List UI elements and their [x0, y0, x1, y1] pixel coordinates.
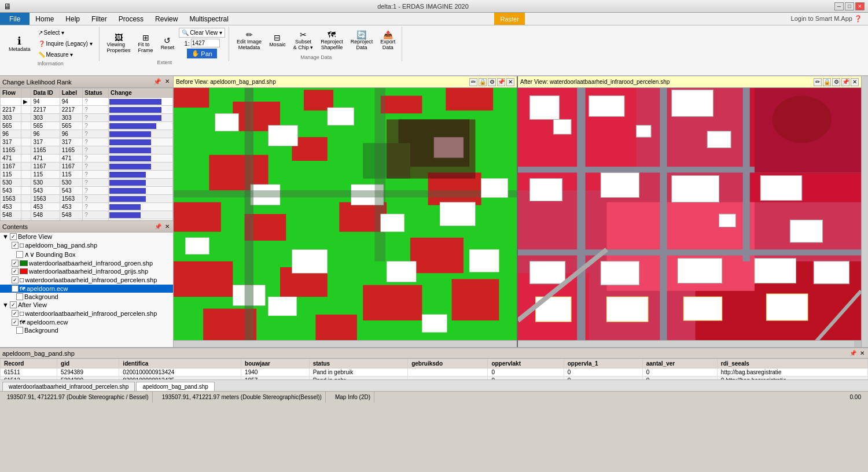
contents-close-button[interactable]: ✕ — [164, 223, 171, 230]
before-close-btn[interactable]: ✕ — [506, 78, 514, 86]
after-close-btn[interactable]: ✕ — [851, 78, 859, 86]
menu-file[interactable]: File — [0, 13, 30, 25]
apeldoorn-ecw-after-item[interactable]: 🗺 apeldoorn.ecw — [0, 318, 173, 326]
clear-view-button[interactable]: 🔍 Clear View ▾ — [179, 28, 225, 38]
apeldoorn-bag-pand-item[interactable]: □ apeldoorn_bag_pand.shp — [0, 241, 173, 250]
attr-table-container[interactable]: Record gid identifica bouwjaar status ge… — [0, 359, 868, 379]
attr-tab-percelen[interactable]: waterdoorlaatbaarheid_infrarood_percelen… — [2, 382, 135, 391]
background-before-item[interactable]: Background — [0, 293, 173, 301]
close-button[interactable]: ✕ — [855, 2, 865, 10]
after-lock-btn[interactable]: 🔒 — [823, 78, 831, 86]
likelihood-close-button[interactable]: ✕ — [164, 78, 171, 86]
likelihood-row: 303 303 303 ? — [1, 114, 173, 122]
apeldoorn-ecw-before-item[interactable]: 🗺 apeldoorn.ecw — [0, 285, 173, 293]
groen-checkbox[interactable] — [12, 260, 19, 267]
likelihood-table[interactable]: Flow Data ID Label Status Change ▶ 94 94… — [0, 88, 173, 220]
reproject-data-button[interactable]: 🔄 ReprojectData — [348, 28, 376, 53]
window-controls[interactable]: ─ □ ✕ — [834, 2, 865, 10]
cell-arrow — [21, 171, 31, 179]
login-button[interactable]: Login to Smart M.App ❓ — [785, 13, 868, 25]
viewing-properties-button[interactable]: 🖼 ViewingProperties — [104, 31, 134, 56]
before-view-checkbox[interactable] — [10, 233, 17, 240]
svg-rect-40 — [387, 119, 475, 178]
ecw-after-checkbox[interactable] — [12, 319, 19, 326]
after-view-title: After View: waterdoorlaatbaarheid_infrar… — [520, 79, 670, 85]
reset-button[interactable]: ↺ Reset — [158, 34, 178, 53]
before-edit-btn[interactable]: ✏ — [469, 78, 477, 86]
maximize-button[interactable]: □ — [845, 2, 854, 10]
svg-rect-68 — [790, 220, 822, 242]
menu-review[interactable]: Review — [149, 13, 183, 25]
pin-button[interactable]: 📌 — [152, 78, 163, 86]
after-view-panel: After View: waterdoorlaatbaarheid_infrar… — [518, 76, 861, 347]
inquire-button[interactable]: ❓ Inquire (Legacy) ▾ — [35, 39, 95, 49]
edit-image-metadata-button[interactable]: ✏ Edit ImageMetadata — [234, 28, 264, 53]
menu-filter[interactable]: Filter — [86, 13, 113, 25]
percelen-after-item[interactable]: □ waterdoorlaatbaarheid_infrarood_percel… — [0, 309, 173, 318]
col-record: Record — [1, 359, 57, 368]
svg-rect-26 — [292, 249, 327, 273]
likelihood-row: 453 453 453 ? — [1, 203, 173, 211]
menu-multispectral[interactable]: Multispectral — [183, 13, 234, 25]
apeldoorn-bag-checkbox[interactable] — [12, 242, 19, 249]
bottom-pin-btn[interactable]: 📌 — [848, 350, 858, 356]
subset-chip-button[interactable]: ✂ Subset& Chip ▾ — [290, 28, 317, 53]
cell-change — [109, 138, 173, 146]
svg-rect-3 — [174, 88, 209, 108]
attr-tab-pand[interactable]: apeldoorn_bag_pand.shp — [136, 382, 214, 391]
before-lock-btn[interactable]: 🔒 — [479, 78, 487, 86]
cell-change — [109, 171, 173, 179]
after-map-canvas[interactable] — [518, 88, 861, 340]
background-after-item[interactable]: Background — [0, 326, 173, 334]
export-data-button[interactable]: 📤 ExportData — [377, 28, 398, 53]
menu-help[interactable]: Help — [60, 13, 86, 25]
status-map-info: Map Info (2D) — [332, 392, 374, 403]
percelen-before-checkbox[interactable] — [12, 276, 19, 283]
after-view-group[interactable]: ▼ After View — [0, 301, 173, 309]
grijs-layer-item[interactable]: waterdoorlaatbaarheid_infrarood_grijs.sh… — [0, 267, 173, 275]
menu-process[interactable]: Process — [113, 13, 149, 25]
cell-change — [109, 195, 173, 203]
ecw-before-checkbox[interactable] — [12, 285, 19, 292]
metadata-button[interactable]: ℹ Metadata — [6, 34, 34, 54]
bounding-box-item[interactable]: ∧∨ Bounding Box — [0, 250, 173, 259]
after-edit-btn[interactable]: ✏ — [814, 78, 822, 86]
raster-tab[interactable]: Raster — [494, 13, 524, 25]
grijs-checkbox[interactable] — [12, 268, 19, 275]
cell-dataid: 565 — [31, 122, 60, 130]
fit-to-frame-button[interactable]: ⊞ Fit toFrame — [135, 31, 156, 56]
mosaic-button[interactable]: ⊟ Mosaic — [266, 31, 289, 50]
cell-flow: 1167 — [1, 163, 21, 171]
manage-data-content: ✏ Edit ImageMetadata ⊟ Mosaic ✂ Subset& … — [234, 28, 398, 53]
cell-flow: 471 — [1, 154, 21, 163]
zoom-input[interactable] — [191, 39, 220, 47]
likelihood-row: 567 567 567 ? — [1, 219, 173, 221]
select-button[interactable]: ↗ Select ▾ — [35, 28, 95, 38]
percelen-before-item[interactable]: □ waterdoorlaatbaarheid_infrarood_percel… — [0, 275, 173, 285]
right-scrollbar-v[interactable] — [861, 76, 868, 347]
cell-change — [109, 114, 173, 122]
percelen-after-checkbox[interactable] — [12, 310, 19, 317]
after-view-checkbox[interactable] — [10, 301, 17, 308]
measure-button[interactable]: 📏 Measure ▾ — [35, 50, 95, 60]
pan-button[interactable]: ✋ Pan — [187, 49, 217, 58]
bg-after-checkbox[interactable] — [16, 327, 23, 334]
before-settings-btn[interactable]: ⚙ — [488, 78, 496, 86]
before-scrollbar-h[interactable] — [174, 340, 517, 347]
bg-before-checkbox[interactable] — [16, 293, 23, 300]
after-pin-btn[interactable]: 📌 — [841, 78, 849, 86]
after-settings-btn[interactable]: ⚙ — [832, 78, 840, 86]
before-pin-btn[interactable]: 📌 — [497, 78, 505, 86]
reproject-shapefile-button[interactable]: 🗺 ReprojectShapefile — [318, 28, 346, 53]
before-map-canvas[interactable] — [174, 88, 517, 340]
contents-pin-button[interactable]: 📌 — [153, 223, 163, 230]
svg-rect-35 — [481, 179, 508, 198]
ecw-before-label: apeldoorn.ecw — [27, 285, 68, 292]
bottom-close-btn[interactable]: ✕ — [859, 350, 866, 356]
after-scrollbar-h[interactable] — [518, 341, 854, 347]
bbox-checkbox[interactable] — [16, 251, 23, 258]
menu-home[interactable]: Home — [30, 13, 60, 25]
before-view-group[interactable]: ▼ Before View — [0, 233, 173, 241]
minimize-button[interactable]: ─ — [834, 2, 844, 10]
groen-layer-item[interactable]: waterdoorlaatbaarheid_infrarood_groen.sh… — [0, 259, 173, 267]
